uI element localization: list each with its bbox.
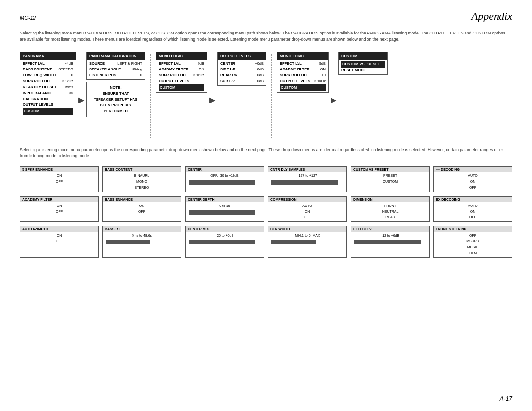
param-card-center-depth-body: 0 to 18 — [186, 202, 264, 217]
mono-logic2-body: EFFECT LVL-9dB ACADMY FILTERON SURR ROLL… — [277, 60, 328, 92]
center-depth-bar — [189, 210, 255, 215]
separator2 — [271, 54, 272, 138]
header: MC-12 Appendix — [20, 10, 512, 25]
output-levels-body: CENTER+0dB SIDE L/R+0dB REAR L/R+0dB SUB… — [218, 60, 266, 85]
param-card-bass-content: BASS CONTENT BINAURLMONOSTEREO — [102, 166, 181, 192]
arrow3: ▶ — [329, 85, 338, 104]
param-card-compression-body: AUTOONOFF — [268, 202, 346, 222]
mono-logic1-header: MONO LOGIC — [156, 52, 207, 60]
param-card-cntr-dly: CNTR DLY SAMPLES -127 to +127 — [268, 166, 347, 192]
param-card-bass-content-header: BASS CONTENT — [103, 167, 181, 172]
menu-box-panorama-header: PANORAMA — [20, 52, 76, 60]
note-box: NOTE:ENSURE THAT"SPEAKER SETUP" HASBEEN … — [86, 82, 145, 117]
menu-box-mono-logic2: MONO LOGIC EFFECT LVL-9dB ACADMY FILTERO… — [277, 52, 329, 93]
separator1 — [150, 54, 151, 138]
header-title: Appendix — [471, 10, 512, 23]
param-card-compression: COMPRESSION AUTOONOFF — [268, 196, 347, 222]
menu-box-mono-logic1: MONO LOGIC EFFECT LVL-9dB ACADMY FILTERO… — [156, 52, 207, 93]
param-card-center-body: OFF, -30 to +12dB — [186, 172, 264, 187]
param-card-center-header: CENTER — [186, 167, 264, 172]
param-card-custom-vs-preset-header: CUSTOM VS PRESET — [351, 167, 429, 172]
page: MC-12 Appendix Selecting the listening m… — [0, 0, 532, 411]
description1: Selecting the listening mode menu CALIBR… — [20, 30, 512, 43]
param-card-5spkr: 5 SPKR ENHANCE ONOFF — [20, 166, 99, 192]
param-card-compression-header: COMPRESSION — [268, 197, 346, 202]
effect-lvl-bar — [354, 240, 421, 244]
param-card-center-mix: CENTER MIX -25 to +5dB — [185, 226, 264, 258]
param-card-front-steering-body: OFFMSURRMUSICFILM — [434, 232, 512, 257]
center-bar — [189, 180, 255, 185]
header-model: MC-12 — [20, 15, 36, 21]
param-card-ex-decoding-body: AUTOONOFF — [434, 202, 512, 222]
ctr-width-bar — [271, 240, 316, 244]
description2: Selecting a listening mode menu paramete… — [20, 147, 512, 160]
param-card-decoding-body: AUTOONOFF — [434, 172, 512, 192]
param-card-dimension: DIMENSION FRONTNEUTRALREAR — [351, 196, 430, 222]
param-card-bass-enhance: BASS ENHANCE ONOFF — [102, 196, 181, 222]
param-card-ex-decoding-header: EX DECODING — [434, 197, 512, 202]
param-card-front-steering-header: FRONT STEERING — [434, 226, 512, 232]
menu-box-output-levels: OUTPUT LEVELS CENTER+0dB SIDE L/R+0dB RE… — [217, 52, 266, 86]
param-card-academy-filter-header: ACADEMY FILTER — [20, 197, 98, 202]
param-card-ctr-width-body: MIN,1 to 6, MAX — [268, 232, 346, 246]
param-card-center: CENTER OFF, -30 to +12dB — [185, 166, 264, 192]
param-card-center-depth: CENTER DEPTH 0 to 18 — [185, 196, 264, 222]
output-levels-header: OUTPUT LEVELS — [218, 52, 266, 60]
param-card-auto-azimuth-header: AUTO AZIMUTH — [20, 226, 98, 232]
param-card-dimension-body: FRONTNEUTRALREAR — [351, 202, 429, 222]
bass-rt-bar — [106, 240, 150, 244]
menu-box-panorama-cal-body: SOURCELEFT & RIGHT SPEAKER ANGLE30deg LI… — [87, 60, 145, 79]
footer-page: A-17 — [500, 395, 512, 402]
menu-box-panorama-body: EFFECT LVL+4dB BASS CONTENTSTEREO LOW FR… — [20, 60, 76, 116]
menu-flow: PANORAMA EFFECT LVL+4dB BASS CONTENTSTER… — [20, 52, 512, 138]
param-card-custom-vs-preset-body: PRESETCUSTOM — [351, 172, 429, 186]
custom-body: CUSTOM VS PRESET RESET MODE — [339, 60, 387, 74]
param-card-ctr-width: CTR WIDTH MIN,1 to 6, MAX — [268, 226, 347, 258]
param-card-cntr-dly-body: -127 to +127 — [268, 172, 346, 187]
param-card-bass-rt: BASS RT 5ms to 48.6s — [102, 226, 181, 258]
menu-box-custom: CUSTOM CUSTOM VS PRESET RESET MODE — [338, 52, 388, 75]
param-card-effect-lvl-header: EFFECT LVL — [351, 226, 429, 232]
param-card-cntr-dly-header: CNTR DLY SAMPLES — [268, 167, 346, 172]
param-card-custom-vs-preset: CUSTOM VS PRESET PRESETCUSTOM — [351, 166, 430, 192]
param-card-center-depth-header: CENTER DEPTH — [186, 197, 264, 202]
mono-logic1-body: EFFECT LVL-9dB ACADMY FILTERON SURR ROLL… — [156, 60, 207, 92]
param-card-effect-lvl: EFFECT LVL -12 to +6dB — [351, 226, 430, 258]
menu-box-panorama: PANORAMA EFFECT LVL+4dB BASS CONTENTSTER… — [20, 52, 76, 116]
center-mix-bar — [189, 240, 255, 244]
custom-header: CUSTOM — [339, 52, 387, 60]
menu-box-panorama-cal-header: PANORAMA CALIBRATION — [87, 52, 145, 60]
param-card-ctr-width-header: CTR WIDTH — [268, 226, 346, 232]
param-card-decoding: ≡≡ DECODING AUTOONOFF — [433, 166, 512, 192]
cntr-dly-bar — [271, 180, 338, 185]
arrow1: ▶ — [76, 85, 86, 104]
param-grid: 5 SPKR ENHANCE ONOFF BASS CONTENT BINAUR… — [20, 166, 512, 258]
param-card-5spkr-header: 5 SPKR ENHANCE — [20, 167, 98, 172]
param-card-bass-content-body: BINAURLMONOSTEREO — [103, 172, 181, 192]
arrow2: ▶ — [207, 85, 217, 104]
param-card-center-mix-header: CENTER MIX — [186, 226, 264, 232]
mono-logic2-header: MONO LOGIC — [277, 52, 328, 60]
param-card-ex-decoding: EX DECODING AUTOONOFF — [433, 196, 512, 222]
param-card-effect-lvl-body: -12 to +6dB — [351, 232, 429, 246]
param-card-academy-filter: ACADEMY FILTER ONOFF — [20, 196, 99, 222]
param-card-dimension-header: DIMENSION — [351, 197, 429, 202]
menu-group2: PANORAMA CALIBRATION SOURCELEFT & RIGHT … — [86, 52, 145, 117]
param-card-bass-rt-body: 5ms to 48.6s — [103, 232, 181, 246]
footer: A-17 — [20, 393, 512, 402]
param-card-auto-azimuth: AUTO AZIMUTH ONOFF — [20, 226, 99, 258]
param-card-auto-azimuth-body: ONOFF — [20, 232, 98, 245]
param-card-5spkr-body: ONOFF — [20, 172, 98, 186]
param-card-academy-filter-body: ONOFF — [20, 202, 98, 216]
param-card-bass-enhance-header: BASS ENHANCE — [103, 197, 181, 202]
param-card-front-steering: FRONT STEERING OFFMSURRMUSICFILM — [433, 226, 512, 258]
param-card-decoding-header: ≡≡ DECODING — [434, 167, 512, 172]
param-card-bass-enhance-body: ONOFF — [103, 202, 181, 216]
param-card-center-mix-body: -25 to +5dB — [186, 232, 264, 246]
menu-box-panorama-cal: PANORAMA CALIBRATION SOURCELEFT & RIGHT … — [86, 52, 145, 80]
param-card-bass-rt-header: BASS RT — [103, 226, 181, 232]
